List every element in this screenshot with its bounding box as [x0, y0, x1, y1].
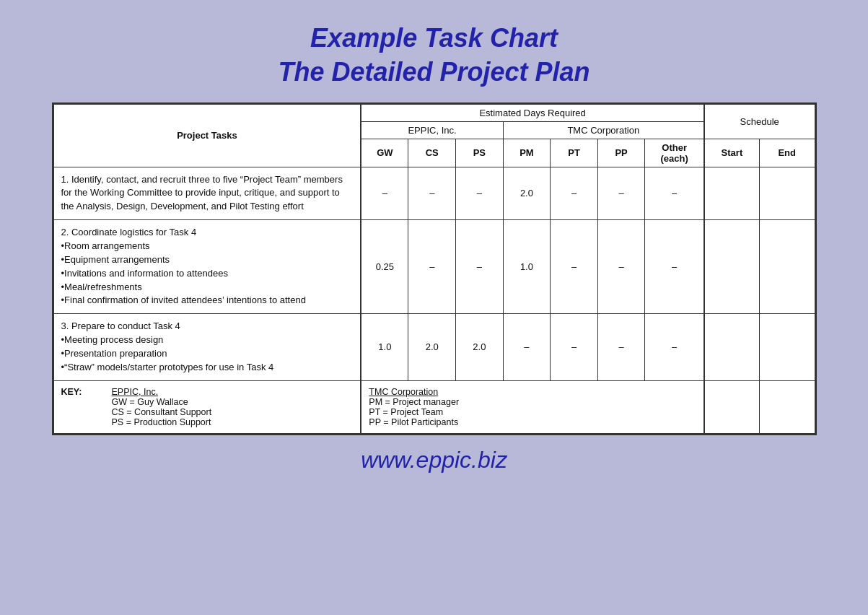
key-tmc-pm: PM = Project manager	[369, 397, 459, 407]
row3-pm: –	[503, 314, 551, 380]
row3-end	[759, 314, 815, 380]
key-row: KEY: EPPIC, Inc. GW = Guy Wallace CS = C…	[53, 380, 815, 433]
row3-cs: 2.0	[408, 314, 456, 380]
col-gw: GW	[361, 139, 408, 167]
page-title: Example Task Chart The Detailed Project …	[278, 22, 589, 90]
key-end-cell	[759, 380, 815, 433]
eppic-header: EPPIC, Inc.	[361, 121, 503, 139]
key-eppic-ps: PS = Production Support	[112, 417, 211, 427]
row1-pm: 2.0	[503, 167, 551, 220]
main-table-container: Project Tasks Estimated Days Required Sc…	[52, 102, 817, 435]
key-eppic-cell: EPPIC, Inc. GW = Guy Wallace CS = Consul…	[105, 387, 354, 427]
row2-pp: –	[597, 220, 645, 314]
col-end: End	[759, 139, 815, 167]
row2-pt: –	[551, 220, 598, 314]
key-eppic-cs: CS = Consultant Support	[112, 407, 212, 417]
row1-gw: –	[361, 167, 408, 220]
col-pp: PP	[597, 139, 645, 167]
key-tmc-title: TMC Corporation	[369, 387, 438, 397]
row3-ps: 2.0	[456, 314, 504, 380]
key-cell: KEY: EPPIC, Inc. GW = Guy Wallace CS = C…	[53, 380, 361, 433]
key-tmc-cell: TMC Corporation PM = Project manager PT …	[361, 380, 704, 433]
key-eppic-title: EPPIC, Inc.	[112, 387, 159, 397]
task-chart-table: Project Tasks Estimated Days Required Sc…	[53, 104, 815, 434]
row3-gw: 1.0	[361, 314, 408, 380]
row3-pt: –	[551, 314, 598, 380]
table-row: 2. Coordinate logistics for Task 4 •Room…	[53, 220, 815, 314]
row1-other: –	[645, 167, 704, 220]
task-cell-3: 3. Prepare to conduct Task 4 •Meeting pr…	[53, 314, 361, 380]
row2-end	[759, 220, 815, 314]
col-start: Start	[704, 139, 760, 167]
table-row: 3. Prepare to conduct Task 4 •Meeting pr…	[53, 314, 815, 380]
project-tasks-header: Project Tasks	[53, 104, 361, 167]
key-tmc-pp: PP = Pilot Participants	[369, 417, 458, 427]
footer-url-text: www.eppic.biz	[361, 447, 507, 473]
row1-end	[759, 167, 815, 220]
key-label: KEY:	[61, 387, 82, 397]
key-tmc-pt: PT = Project Team	[369, 407, 443, 417]
key-eppic-gw: GW = Guy Wallace	[112, 397, 188, 407]
title-line1: Example Task Chart	[310, 23, 558, 53]
key-start-cell	[704, 380, 760, 433]
schedule-header: Schedule	[704, 104, 815, 139]
row3-pp: –	[597, 314, 645, 380]
col-pt: PT	[551, 139, 598, 167]
row3-start	[704, 314, 760, 380]
header-row-1: Project Tasks Estimated Days Required Sc…	[53, 104, 815, 121]
tmc-header: TMC Corporation	[503, 121, 704, 139]
row2-ps: –	[456, 220, 504, 314]
title-line2: The Detailed Project Plan	[278, 57, 589, 87]
key-inner-row: KEY: EPPIC, Inc. GW = Guy Wallace CS = C…	[61, 387, 354, 427]
row1-cs: –	[408, 167, 456, 220]
row3-other: –	[645, 314, 704, 380]
row2-other: –	[645, 220, 704, 314]
row2-gw: 0.25	[361, 220, 408, 314]
row2-pm: 1.0	[503, 220, 551, 314]
estimated-days-header: Estimated Days Required	[361, 104, 704, 121]
row2-start	[704, 220, 760, 314]
task-cell-1: 1. Identify, contact, and recruit three …	[53, 167, 361, 220]
row1-pt: –	[551, 167, 598, 220]
row1-pp: –	[597, 167, 645, 220]
table-row: 1. Identify, contact, and recruit three …	[53, 167, 815, 220]
row1-start	[704, 167, 760, 220]
row2-cs: –	[408, 220, 456, 314]
key-label-cell: KEY:	[61, 387, 105, 427]
key-inner-table: KEY: EPPIC, Inc. GW = Guy Wallace CS = C…	[61, 387, 354, 427]
col-other: Other(each)	[645, 139, 704, 167]
col-pm: PM	[503, 139, 551, 167]
task-cell-2: 2. Coordinate logistics for Task 4 •Room…	[53, 220, 361, 314]
footer-url: www.eppic.biz	[361, 447, 507, 474]
col-cs: CS	[408, 139, 456, 167]
col-ps: PS	[456, 139, 504, 167]
row1-ps: –	[456, 167, 504, 220]
